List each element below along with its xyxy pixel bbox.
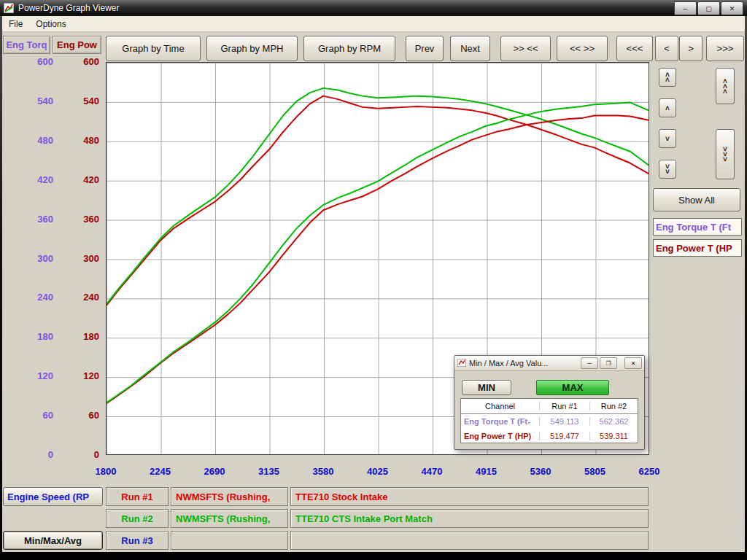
rpm-axis-tick: 3580	[301, 466, 345, 477]
power-axis-tick: 180	[70, 331, 99, 343]
axis-scroll-down-fast-button[interactable]: ˅˅	[659, 160, 676, 179]
run1-description-field: TTE710 Stock Intake	[290, 487, 649, 506]
chevron-down-multi-icon: ˅˅˅	[723, 147, 727, 162]
table-row-torque: Eng Torque T (Ft- 549.113 562.362	[461, 414, 638, 429]
power-axis-tick: 60	[70, 410, 99, 421]
axis-scroll-up-fast-button[interactable]: ˄˄	[659, 68, 676, 87]
power-channel-cell: Eng Power T (HP)	[461, 432, 540, 440]
chevron-up-icon: ˄	[665, 104, 670, 112]
torque-axis-tick: 240	[24, 292, 53, 303]
min-toggle-button[interactable]: MIN	[462, 380, 511, 395]
run1-file-field: NWMSFTS (Rushing,	[171, 487, 288, 506]
prev-button[interactable]: Prev	[406, 36, 444, 61]
power-axis-tick: 480	[70, 135, 99, 147]
zoom-in-button[interactable]: >> <<	[500, 36, 551, 61]
x-channel-button[interactable]: Engine Speed (RP	[3, 487, 103, 506]
graph-by-rpm-button[interactable]: Graph by RPM	[303, 36, 395, 61]
minmax-restore-button[interactable]: ❐	[600, 357, 617, 369]
menu-bar: File Options	[2, 16, 745, 32]
minmax-window: Min / Max / Avg Valu... ─ ❐ ✕ MIN MAX Ch…	[454, 355, 645, 450]
run2-description-field: TTE710 CTS Intake Port Match	[290, 509, 649, 528]
torque-axis-tick: 60	[24, 410, 53, 421]
minmax-title-bar[interactable]: Min / Max / Avg Valu... ─ ❐ ✕	[454, 356, 644, 371]
axis-scroll-down-button[interactable]: ˅	[659, 129, 676, 148]
minimize-button[interactable]: ─	[674, 1, 697, 15]
torque-axis-tick: 480	[24, 135, 53, 147]
minmax-table-header: Channel Run #1 Run #2	[461, 399, 638, 414]
chevron-down-double-icon: ˅˅	[665, 164, 670, 174]
tab-eng-power[interactable]: Eng Pow	[53, 36, 101, 54]
column-header-run1[interactable]: Run #1	[540, 402, 590, 411]
run3-file-field	[171, 531, 288, 550]
axis-scroll-up-button[interactable]: ˄	[659, 98, 676, 117]
minmax-avg-button[interactable]: Min/Max/Avg	[3, 531, 103, 550]
next-button[interactable]: Next	[450, 36, 490, 61]
rpm-axis-tick: 4915	[465, 466, 508, 477]
rpm-axis-tick: 3135	[247, 466, 291, 477]
graph-by-time-button[interactable]: Graph by Time	[106, 36, 201, 61]
scroll-fast-left-button[interactable]: <<<	[616, 36, 653, 61]
rpm-axis-tick: 4470	[410, 466, 454, 477]
scroll-fast-right-button[interactable]: >>>	[706, 36, 744, 61]
power-axis-tick: 600	[70, 56, 99, 68]
rpm-axis-tick: 6250	[627, 466, 671, 477]
close-button[interactable]: ✕	[721, 1, 743, 15]
torque-axis-tick: 420	[24, 174, 53, 186]
power-axis-tick: 420	[70, 174, 99, 186]
zoom-out-button[interactable]: << >>	[557, 36, 608, 61]
rpm-axis: 1800224526903135358040254470491553605805…	[106, 466, 649, 478]
channel-label-torque[interactable]: Eng Torque T (Ft	[653, 218, 742, 236]
power-axis-tick: 240	[70, 292, 99, 303]
power-axis-tick: 360	[70, 214, 99, 225]
tab-eng-torque[interactable]: Eng Torq	[3, 36, 50, 54]
app-icon	[4, 3, 14, 13]
rpm-axis-tick: 1800	[84, 466, 128, 477]
run2-label: Run #2	[106, 509, 169, 528]
power-run1-max-value: 519.477	[540, 432, 590, 440]
torque-axis-tick: 180	[24, 331, 53, 343]
menu-file[interactable]: File	[2, 17, 29, 31]
graph-by-mph-button[interactable]: Graph by MPH	[206, 36, 298, 61]
window-controls: ─ ▢ ✕	[674, 1, 743, 15]
rpm-axis-tick: 4025	[356, 466, 400, 477]
maximize-button[interactable]: ▢	[697, 1, 720, 15]
torque-axis-tick: 360	[24, 214, 53, 225]
column-header-channel[interactable]: Channel	[461, 402, 540, 411]
chevron-up-double-icon: ˄˄	[665, 72, 670, 82]
torque-axis-tick: 300	[24, 253, 53, 265]
title-bar[interactable]: PowerDyne Graph Viewer ─ ▢ ✕	[0, 0, 747, 16]
minmax-window-title: Min / Max / Avg Valu...	[469, 359, 548, 368]
run3-label: Run #3	[106, 531, 169, 550]
window-title: PowerDyne Graph Viewer	[18, 3, 120, 13]
scroll-right-button[interactable]: >	[679, 36, 703, 61]
power-run2-max-value: 539.311	[590, 432, 638, 440]
rpm-axis-tick: 2245	[139, 466, 182, 477]
scroll-left-button[interactable]: <	[655, 36, 678, 61]
run3-description-field	[290, 531, 649, 550]
torque-run1-max-value: 549.113	[540, 417, 590, 426]
rpm-axis-tick: 5360	[519, 466, 562, 477]
column-header-run2[interactable]: Run #2	[590, 402, 638, 411]
torque-axis-tick: 540	[24, 96, 53, 107]
power-axis-tick: 300	[70, 253, 99, 265]
axis-zoom-up-button[interactable]: ˄˄˄	[716, 68, 735, 104]
minmax-window-controls: ─ ❐ ✕	[579, 357, 642, 369]
table-row-power: Eng Power T (HP) 519.477 539.311	[461, 429, 638, 443]
menu-options[interactable]: Options	[29, 17, 72, 31]
torque-channel-cell: Eng Torque T (Ft-	[461, 417, 540, 426]
rpm-axis-tick: 2690	[193, 466, 236, 477]
rpm-axis-tick: 5805	[573, 466, 617, 477]
minmax-close-button[interactable]: ✕	[624, 357, 642, 369]
run1-label: Run #1	[106, 487, 169, 506]
power-axis-tick: 540	[70, 96, 99, 107]
channel-label-power[interactable]: Eng Power T (HP	[653, 239, 742, 257]
axis-zoom-down-button[interactable]: ˅˅˅	[716, 129, 735, 179]
minmax-table: Channel Run #1 Run #2 Eng Torque T (Ft- …	[460, 398, 638, 443]
torque-axis-tick: 600	[24, 56, 53, 68]
torque-axis: 600540480420360300240180120600	[24, 62, 53, 455]
power-axis-tick: 0	[70, 449, 99, 461]
show-all-button[interactable]: Show All	[653, 188, 740, 211]
curve-torque-run1	[107, 96, 649, 306]
max-toggle-button[interactable]: MAX	[536, 380, 609, 395]
minmax-minimize-button[interactable]: ─	[581, 357, 598, 369]
